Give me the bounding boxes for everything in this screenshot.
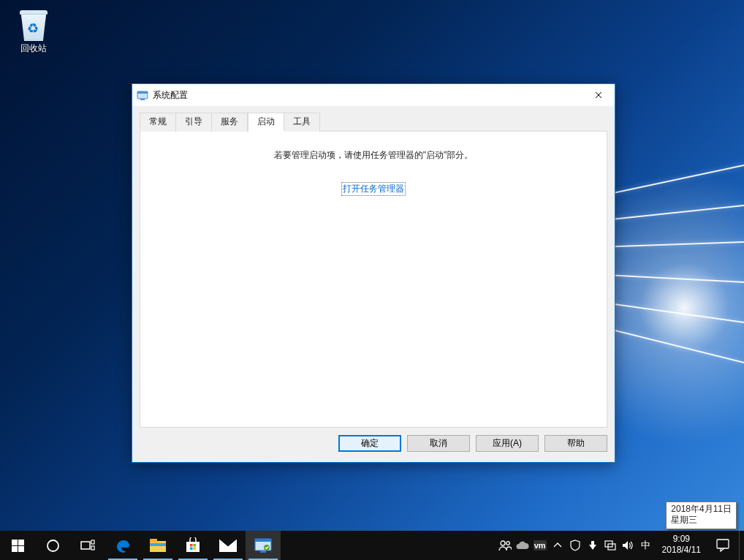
tray-ime-indicator[interactable]: 中 xyxy=(639,531,653,560)
svg-rect-3 xyxy=(12,540,18,545)
tray-volume-icon[interactable] xyxy=(621,531,634,560)
start-button[interactable] xyxy=(0,531,35,560)
clock-date: 2018/4/11 xyxy=(662,545,701,556)
file-explorer-icon xyxy=(150,539,166,552)
svg-rect-1 xyxy=(137,91,148,94)
help-button[interactable]: 帮助 xyxy=(544,435,607,452)
dialog-buttons: 确定 取消 应用(A) 帮助 xyxy=(140,428,607,455)
recycle-bin-label: 回收站 xyxy=(6,42,61,55)
tab-services[interactable]: 服务 xyxy=(212,113,248,132)
svg-rect-5 xyxy=(12,546,18,552)
svg-rect-10 xyxy=(91,546,94,550)
svg-rect-15 xyxy=(190,544,193,547)
tab-startup[interactable]: 启动 xyxy=(248,113,284,132)
taskbar-app-store[interactable] xyxy=(175,531,210,560)
tooltip-date: 2018年4月11日 xyxy=(671,504,732,515)
show-desktop-button[interactable] xyxy=(739,531,744,560)
titlebar[interactable]: 系统配置 xyxy=(132,84,615,106)
notification-icon xyxy=(716,539,729,552)
svg-point-25 xyxy=(506,542,509,545)
clock-tooltip: 2018年4月11日 星期三 xyxy=(666,502,737,529)
edge-icon xyxy=(114,537,132,554)
desktop-icon-recycle-bin[interactable]: ♻ 回收站 xyxy=(6,3,61,55)
task-view-icon xyxy=(80,540,95,551)
svg-rect-21 xyxy=(255,539,271,542)
taskbar: vm 中 9:09 2018/4/11 xyxy=(0,531,744,560)
tray-onedrive-icon[interactable] xyxy=(516,531,529,560)
task-view-button[interactable] xyxy=(70,531,105,560)
svg-rect-17 xyxy=(190,548,193,550)
svg-rect-13 xyxy=(150,543,166,546)
msconfig-window: 系统配置 常规 引导 服务 启动 工具 若要管理启动项，请使用任务管理器的"启动… xyxy=(132,83,615,463)
mail-icon xyxy=(219,539,237,552)
tray-vmware-icon[interactable]: vm xyxy=(534,540,547,550)
window-title: 系统配置 xyxy=(153,89,582,102)
system-tray: vm 中 xyxy=(496,531,656,560)
ok-button[interactable]: 确定 xyxy=(338,435,401,452)
recycle-bin-icon: ♻ xyxy=(16,6,51,41)
svg-rect-12 xyxy=(150,539,157,542)
tab-panel-startup: 若要管理启动项，请使用任务管理器的"启动"部分。 打开任务管理器 xyxy=(140,131,607,428)
taskbar-clock[interactable]: 9:09 2018/4/11 xyxy=(656,531,707,560)
taskbar-app-edge[interactable] xyxy=(105,531,140,560)
msconfig-icon xyxy=(137,89,148,101)
svg-rect-11 xyxy=(150,541,166,552)
tray-network-icon[interactable] xyxy=(604,531,617,560)
tray-power-icon[interactable] xyxy=(586,531,599,560)
svg-point-23 xyxy=(264,545,270,550)
open-task-manager-link[interactable]: 打开任务管理器 xyxy=(341,182,406,196)
tab-tools[interactable]: 工具 xyxy=(284,113,320,132)
svg-rect-18 xyxy=(194,548,197,550)
startup-message: 若要管理启动项，请使用任务管理器的"启动"部分。 xyxy=(274,149,474,162)
svg-rect-9 xyxy=(91,540,94,544)
svg-rect-6 xyxy=(18,546,24,552)
action-center-button[interactable] xyxy=(707,531,739,560)
msconfig-icon xyxy=(254,537,272,553)
tray-chevron-up-icon[interactable] xyxy=(551,531,564,560)
svg-point-7 xyxy=(48,540,58,551)
svg-rect-28 xyxy=(717,540,729,548)
tab-boot[interactable]: 引导 xyxy=(176,113,212,132)
tab-general[interactable]: 常规 xyxy=(140,113,176,132)
cortana-circle-icon xyxy=(46,539,60,553)
tray-people-icon[interactable] xyxy=(498,531,512,560)
close-button[interactable] xyxy=(582,84,615,106)
apply-button[interactable]: 应用(A) xyxy=(476,435,539,452)
windows-logo-icon xyxy=(12,540,24,552)
cancel-button[interactable]: 取消 xyxy=(407,435,470,452)
tab-strip: 常规 引导 服务 启动 工具 xyxy=(140,113,607,132)
tray-security-icon[interactable] xyxy=(569,531,582,560)
svg-rect-16 xyxy=(194,544,197,547)
taskbar-app-explorer[interactable] xyxy=(140,531,175,560)
cortana-button[interactable] xyxy=(35,531,70,560)
svg-rect-22 xyxy=(260,550,266,553)
store-icon xyxy=(185,537,201,553)
taskbar-app-mail[interactable] xyxy=(210,531,246,560)
svg-point-24 xyxy=(501,541,505,545)
taskbar-app-msconfig[interactable] xyxy=(246,531,281,560)
svg-rect-8 xyxy=(81,542,90,549)
svg-rect-4 xyxy=(18,540,24,545)
svg-rect-14 xyxy=(186,542,200,552)
svg-rect-2 xyxy=(140,99,145,100)
clock-time: 9:09 xyxy=(662,534,701,545)
tooltip-weekday: 星期三 xyxy=(671,515,732,526)
